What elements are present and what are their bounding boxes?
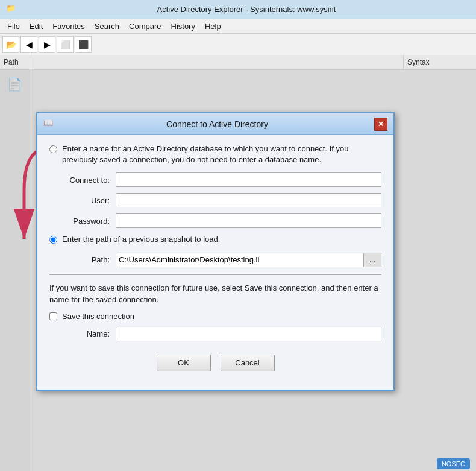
menu-bar: File Edit Favorites Search Compare Histo… bbox=[0, 19, 476, 34]
user-input[interactable] bbox=[116, 193, 381, 207]
menu-favorites[interactable]: Favorites bbox=[48, 21, 89, 32]
toolbar-open-btn[interactable]: 📂 bbox=[2, 36, 19, 53]
menu-file[interactable]: File bbox=[2, 21, 25, 32]
user-label: User: bbox=[61, 196, 116, 205]
column-header: Path Syntax bbox=[0, 55, 476, 70]
name-row: Name: bbox=[61, 327, 381, 341]
title-bar: 📁 Active Directory Explorer - Sysinterna… bbox=[0, 0, 476, 19]
path-browse-button[interactable]: ... bbox=[363, 253, 381, 267]
menu-edit[interactable]: Edit bbox=[25, 21, 48, 32]
dialog-icon: 📖 bbox=[43, 118, 55, 130]
toolbar-forward-btn[interactable]: ▶ bbox=[39, 36, 55, 53]
col-path-header: Path bbox=[0, 55, 30, 69]
radio-db-label: Enter a name for an Active Directory dat… bbox=[62, 144, 381, 165]
connect-to-input[interactable] bbox=[116, 172, 381, 187]
radio-snapshot-option[interactable] bbox=[49, 236, 57, 244]
dialog-title: Connect to Active Directory bbox=[60, 119, 374, 129]
connect-dialog: 📖 Connect to Active Directory ✕ Enter a … bbox=[36, 112, 395, 391]
path-input-wrapper: ... bbox=[116, 253, 381, 267]
menu-search[interactable]: Search bbox=[90, 21, 124, 32]
save-connection-label: Save this connection bbox=[62, 312, 134, 321]
connect-to-label: Connect to: bbox=[61, 175, 116, 185]
save-checkbox-row: Save this connection bbox=[49, 312, 381, 321]
toolbar-btn3[interactable]: ⬜ bbox=[57, 36, 74, 53]
radio-db-option[interactable] bbox=[49, 145, 57, 153]
menu-compare[interactable]: Compare bbox=[124, 21, 166, 32]
radio-snapshot-label: Enter the path of a previous snapshot to… bbox=[62, 234, 220, 245]
path-row: Path: ... bbox=[61, 253, 381, 267]
toolbar: 📂 ◀ ▶ ⬜ ⬛ bbox=[0, 34, 476, 55]
name-label: Name: bbox=[61, 329, 116, 338]
password-input[interactable] bbox=[116, 213, 381, 228]
col-syntax-header: Syntax bbox=[404, 55, 476, 69]
cancel-button[interactable]: Cancel bbox=[221, 355, 275, 371]
save-connection-checkbox[interactable] bbox=[49, 312, 57, 320]
toolbar-btn4[interactable]: ⬛ bbox=[75, 36, 92, 53]
radio-section-1: Enter a name for an Active Directory dat… bbox=[49, 144, 381, 165]
radio-section-2: Enter the path of a previous snapshot to… bbox=[49, 234, 381, 245]
menu-help[interactable]: Help bbox=[200, 21, 226, 32]
toolbar-back-btn[interactable]: ◀ bbox=[20, 36, 37, 53]
main-area: 📄 📖 Connect to Active Directory ✕ bbox=[0, 70, 476, 471]
dialog-body: Enter a name for an Active Directory dat… bbox=[37, 135, 393, 390]
watermark-badge: NOSEC bbox=[437, 458, 470, 469]
separator bbox=[49, 274, 381, 275]
dialog-buttons: OK Cancel bbox=[49, 350, 381, 381]
dialog-close-button[interactable]: ✕ bbox=[374, 118, 387, 131]
ok-button[interactable]: OK bbox=[157, 355, 211, 371]
path-input[interactable] bbox=[116, 253, 363, 267]
password-row: Password: bbox=[61, 213, 381, 228]
watermark: NOSEC 知乎 @NOSEC bbox=[425, 458, 470, 471]
connect-to-row: Connect to: bbox=[61, 172, 381, 187]
name-input[interactable] bbox=[116, 327, 381, 341]
menu-history[interactable]: History bbox=[166, 21, 200, 32]
app-icon: 📁 bbox=[6, 4, 18, 16]
user-row: User: bbox=[61, 193, 381, 207]
password-label: Password: bbox=[61, 217, 116, 226]
path-label: Path: bbox=[61, 255, 116, 264]
dialog-overlay: 📖 Connect to Active Directory ✕ Enter a … bbox=[0, 70, 476, 471]
dialog-title-bar: 📖 Connect to Active Directory ✕ bbox=[37, 113, 393, 135]
col-name-header bbox=[30, 55, 404, 69]
save-note: If you want to save this connection for … bbox=[49, 282, 381, 306]
title-text: Active Directory Explorer - Sysinternals… bbox=[23, 5, 470, 14]
